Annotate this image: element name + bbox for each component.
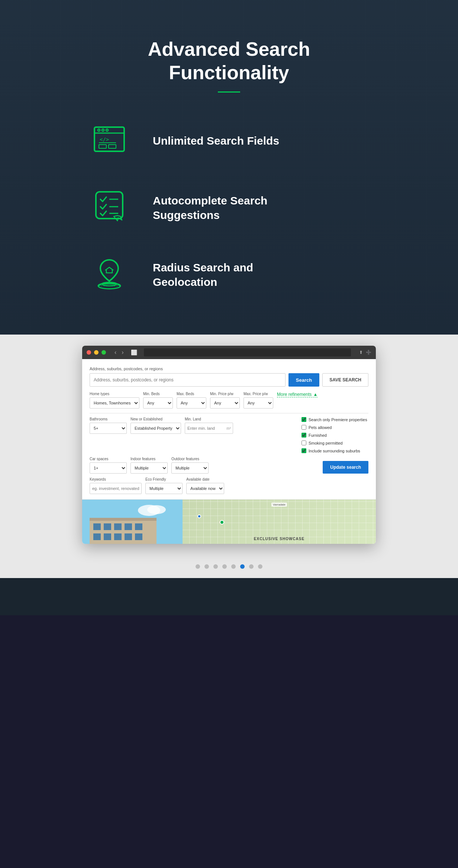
- more-refinements-link[interactable]: More refinements ▲: [277, 392, 317, 397]
- browser-address-bar[interactable]: [144, 348, 351, 356]
- browser-tabs-button[interactable]: ⬜: [131, 349, 137, 355]
- address-label: Address, suburbs, postcodes, or regions: [90, 367, 368, 371]
- svg-point-3: [102, 129, 104, 131]
- car-spaces-select[interactable]: 1+: [90, 462, 127, 474]
- update-search-button[interactable]: Update search: [323, 461, 368, 474]
- feature-autocomplete-text: Autocomplete Search Suggestions: [153, 193, 267, 222]
- min-beds-select[interactable]: Any: [143, 397, 173, 409]
- max-beds-label: Max. Beds: [177, 392, 206, 396]
- search-button[interactable]: Search: [288, 373, 319, 387]
- svg-marker-13: [114, 216, 122, 221]
- max-beds-group: Max. Beds Any: [177, 392, 206, 409]
- available-date-label: Available date: [186, 477, 224, 481]
- checkboxes-column: Search only Premiere properties Pets all…: [301, 417, 368, 453]
- svg-rect-30: [125, 523, 132, 530]
- home-types-select[interactable]: Homes, Townhomes: [90, 397, 139, 409]
- outdoor-features-select[interactable]: Multiple: [171, 462, 209, 474]
- browser-maximize-dot[interactable]: [101, 350, 106, 355]
- carousel-dot-8[interactable]: [258, 564, 262, 569]
- pets-label: Pets allowed: [309, 425, 332, 430]
- min-land-group: Min. Land m²: [185, 417, 233, 434]
- min-price-label: Min. Price p/w: [210, 392, 240, 396]
- carousel-dots: [0, 555, 458, 578]
- min-land-input[interactable]: [185, 423, 233, 434]
- carousel-dot-3[interactable]: [213, 564, 218, 569]
- svg-rect-26: [90, 518, 157, 521]
- carousel-dot-5[interactable]: [231, 564, 236, 569]
- svg-rect-36: [135, 533, 142, 540]
- smoking-checkbox[interactable]: [301, 441, 306, 445]
- keywords-label: Keywords: [90, 477, 142, 481]
- hero-divider: [218, 91, 240, 93]
- furnished-checkbox-item[interactable]: Furnished: [301, 433, 368, 438]
- location-icon: [90, 252, 134, 297]
- carousel-dot-6[interactable]: [240, 564, 245, 569]
- browser-icon: </>: [90, 119, 134, 163]
- hero-content: Advanced Search Functionality </>: [62, 38, 396, 297]
- svg-rect-35: [125, 533, 132, 540]
- svg-rect-33: [104, 533, 111, 540]
- home-types-group: Home types Homes, Townhomes: [90, 392, 139, 409]
- svg-rect-6: [99, 145, 106, 148]
- premiere-checkbox[interactable]: [301, 417, 306, 422]
- feature-unlimited-fields: </> Unlimited Search Fields: [90, 119, 368, 163]
- svg-rect-32: [93, 533, 101, 540]
- chevron-up-icon: ▲: [313, 392, 317, 397]
- indoor-features-label: Indoor features: [130, 457, 168, 461]
- svg-rect-31: [135, 523, 142, 530]
- premiere-label: Search only Premiere properties: [309, 417, 367, 422]
- address-search-input[interactable]: [90, 373, 286, 387]
- eco-friendly-select[interactable]: Multiple: [145, 483, 183, 494]
- premiere-checkbox-item[interactable]: Search only Premiere properties: [301, 417, 368, 422]
- browser-window: ‹ › ⬜ ⬆ ➕ Address, suburbs, postcodes, o…: [82, 346, 376, 544]
- furnished-checkbox[interactable]: [301, 433, 306, 438]
- browser-share-button[interactable]: ⬆: [359, 350, 363, 355]
- surrounding-checkbox[interactable]: [301, 448, 306, 453]
- pets-checkbox-item[interactable]: Pets allowed: [301, 425, 368, 430]
- property-image: [82, 500, 183, 544]
- search-divider: [90, 413, 368, 413]
- car-spaces-label: Car spaces: [90, 457, 127, 461]
- save-search-button[interactable]: SAVE SEARCH: [322, 373, 368, 387]
- available-date-select[interactable]: Available now: [186, 483, 224, 494]
- min-beds-label: Min. Beds: [143, 392, 173, 396]
- hero-title: Advanced Search Functionality: [62, 38, 396, 84]
- browser-new-tab-button[interactable]: ➕: [366, 350, 371, 355]
- surrounding-checkbox-item[interactable]: Include surrounding suburbs: [301, 448, 368, 453]
- new-established-label: New or Established: [130, 417, 181, 421]
- max-price-select[interactable]: Any: [243, 397, 273, 409]
- keywords-group: Keywords: [90, 477, 142, 494]
- min-land-label: Min. Land: [185, 417, 233, 421]
- browser-back-button[interactable]: ‹: [113, 348, 118, 356]
- min-beds-group: Min. Beds Any: [143, 392, 173, 409]
- carousel-dot-2[interactable]: [204, 564, 209, 569]
- max-beds-select[interactable]: Any: [177, 397, 206, 409]
- search-panel: Address, suburbs, postcodes, or regions …: [82, 359, 376, 494]
- feature-autocomplete: Autocomplete Search Suggestions: [90, 185, 368, 230]
- svg-point-24: [147, 505, 166, 514]
- bathrooms-select[interactable]: 5+: [90, 423, 127, 434]
- svg-point-4: [106, 129, 108, 131]
- browser-toolbar: ‹ › ⬜ ⬆ ➕: [82, 346, 376, 359]
- pets-checkbox[interactable]: [301, 425, 306, 430]
- carousel-dot-7[interactable]: [249, 564, 254, 569]
- min-price-select[interactable]: Any: [210, 397, 240, 409]
- main-search-row: Search SAVE SEARCH: [90, 373, 368, 387]
- keywords-input[interactable]: [90, 483, 142, 494]
- home-types-label: Home types: [90, 392, 139, 396]
- min-land-unit: m²: [226, 426, 231, 430]
- carousel-dot-1[interactable]: [196, 564, 200, 569]
- browser-forward-button[interactable]: ›: [120, 348, 125, 356]
- smoking-checkbox-item[interactable]: Smoking permitted: [301, 441, 368, 445]
- outdoor-features-group: Outdoor features Multiple: [171, 457, 209, 474]
- browser-nav: ‹ ›: [113, 348, 126, 356]
- bathrooms-label: Bathrooms: [90, 417, 127, 421]
- svg-rect-34: [114, 533, 122, 540]
- browser-minimize-dot[interactable]: [94, 350, 99, 355]
- indoor-features-select[interactable]: Multiple: [130, 462, 168, 474]
- browser-close-dot[interactable]: [87, 350, 91, 355]
- svg-point-2: [98, 129, 100, 131]
- feature-unlimited-text: Unlimited Search Fields: [153, 133, 279, 148]
- new-established-select[interactable]: Established Property: [130, 423, 181, 434]
- carousel-dot-4[interactable]: [222, 564, 227, 569]
